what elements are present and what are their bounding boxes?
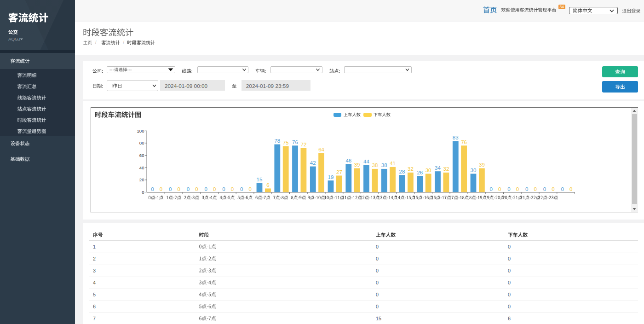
svg-text:0: 0 [213,186,216,192]
svg-text:75: 75 [283,140,289,145]
svg-text:0: 0 [222,186,225,192]
svg-text:1: 1 [93,244,96,249]
svg-text:40: 40 [139,165,144,170]
svg-text:0: 0 [376,256,379,261]
svg-text:0: 0 [376,268,379,273]
svg-text:15: 15 [257,177,263,182]
svg-text:39: 39 [479,162,485,168]
svg-text:0: 0 [160,186,162,192]
svg-text:2: 2 [93,256,96,261]
svg-text:0: 0 [543,186,546,192]
svg-text:0: 0 [508,244,511,249]
svg-text:0: 0 [195,186,198,192]
svg-text:0: 0 [151,186,154,192]
svg-text:27: 27 [336,169,342,175]
svg-text:30: 30 [426,168,431,173]
svg-text:5: 5 [93,292,96,297]
svg-text:0: 0 [376,280,379,285]
svg-text:0: 0 [516,186,519,192]
svg-text:38: 38 [372,162,378,168]
svg-text:78: 78 [274,138,280,144]
svg-text:42: 42 [310,160,316,166]
svg-text:0: 0 [177,186,180,192]
svg-text:15: 15 [376,316,381,321]
svg-text:39: 39 [354,162,360,168]
svg-text:44: 44 [363,159,369,164]
svg-text:0: 0 [508,280,511,285]
svg-text:76: 76 [461,139,467,145]
svg-text:41: 41 [390,161,396,166]
svg-text:76: 76 [292,139,298,145]
svg-text:0: 0 [508,268,511,273]
svg-text:0: 0 [569,186,572,192]
svg-text:0: 0 [187,186,190,192]
svg-text:0: 0 [240,186,243,192]
svg-text:100: 100 [137,128,144,133]
svg-text:46: 46 [345,158,351,163]
svg-text:/: / [123,40,124,45]
svg-text:6: 6 [93,304,96,309]
svg-text:0: 0 [169,186,172,192]
svg-text:0: 0 [490,186,493,192]
svg-text:60: 60 [139,153,144,158]
svg-text:83: 83 [453,135,459,140]
svg-text:6: 6 [508,316,511,321]
svg-text:0: 0 [508,292,511,297]
svg-text:0: 0 [508,304,511,309]
svg-text:0: 0 [376,304,379,309]
svg-text:19: 19 [328,174,334,180]
svg-text:0: 0 [534,186,536,192]
svg-text:34: 34 [560,5,564,9]
svg-text:72: 72 [301,142,307,147]
svg-text:4: 4 [93,280,96,285]
svg-text:0: 0 [376,292,379,297]
svg-text:0: 0 [525,186,528,192]
svg-text:7: 7 [93,316,96,321]
svg-text:0: 0 [231,186,234,192]
svg-text:2024-01-09 23:59: 2024-01-09 23:59 [246,83,289,89]
svg-text:6: 6 [266,182,269,188]
svg-text:80: 80 [139,140,144,145]
svg-text:32: 32 [443,166,449,172]
svg-text:3: 3 [93,268,96,273]
svg-text:0: 0 [248,186,251,192]
svg-text:20: 20 [139,177,144,182]
svg-text:0: 0 [498,186,501,192]
svg-text:AQGJ: AQGJ [8,36,20,41]
svg-text:0: 0 [561,186,564,192]
svg-text:26: 26 [417,170,423,175]
svg-text:28: 28 [399,169,405,174]
svg-text:/: / [95,40,97,45]
svg-text:0: 0 [205,186,207,192]
svg-text:30: 30 [471,168,477,173]
svg-text:34: 34 [435,165,441,171]
svg-text:64: 64 [318,147,324,152]
svg-text:2024-01-09 00:00: 2024-01-09 00:00 [165,83,208,89]
svg-text:0: 0 [142,190,144,195]
svg-text:0: 0 [376,244,379,249]
svg-text:32: 32 [408,166,414,172]
svg-text:0: 0 [552,186,554,192]
svg-text:38: 38 [381,162,387,168]
svg-text:0: 0 [508,256,511,261]
svg-text:0: 0 [507,186,510,192]
